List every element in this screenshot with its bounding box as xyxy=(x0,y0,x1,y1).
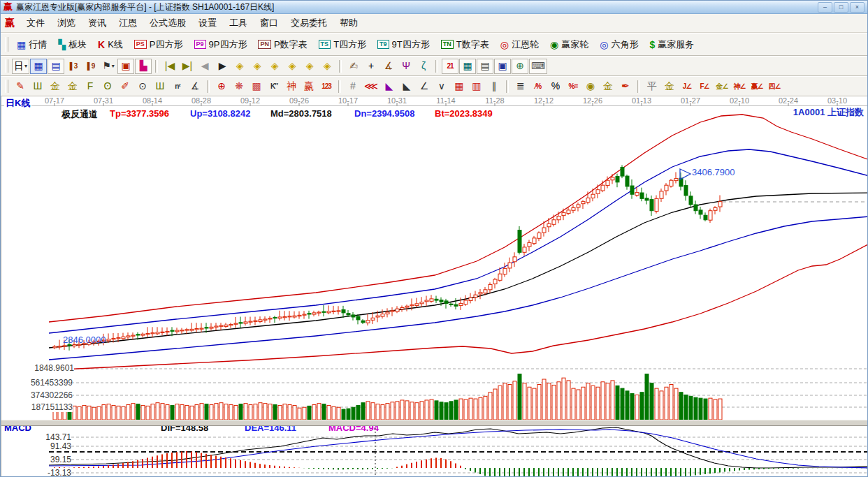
bars-9-button[interactable]: ▌9 xyxy=(82,59,99,74)
menu-item-公式选股[interactable]: 公式选股 xyxy=(143,15,192,31)
last-page-button[interactable]: ▶| xyxy=(179,59,196,74)
web-save-button[interactable]: ⊕ xyxy=(512,59,528,74)
period-day-button[interactable]: 日▾ xyxy=(12,59,29,74)
menu-item-文件[interactable]: 文件 xyxy=(20,15,51,31)
tool-fan-red[interactable]: ⋘ xyxy=(362,79,380,94)
star-diamond-button[interactable]: ◈ xyxy=(301,59,318,74)
menu-item-浏览[interactable]: 浏览 xyxy=(51,15,82,31)
menu-item-窗口[interactable]: 窗口 xyxy=(254,15,284,31)
tool-f-angle[interactable]: F∠ xyxy=(696,79,713,94)
tool-shen[interactable]: 神 xyxy=(283,79,300,94)
macd-axis-label-0: 143.71 xyxy=(1,432,71,442)
expand-h-button[interactable]: ◈ xyxy=(266,59,283,74)
tool-target[interactable]: ⊕ xyxy=(213,79,230,94)
gann-tool-button[interactable]: Ψ xyxy=(398,59,414,74)
toolbar-quotes-button[interactable]: ▦行情 xyxy=(12,36,52,53)
calendar-button[interactable]: 21 xyxy=(442,59,458,74)
tool-parallel[interactable]: ∥ xyxy=(486,79,502,94)
maximize-button[interactable]: □ xyxy=(834,2,848,13)
tool-brush[interactable]: ✎ xyxy=(12,79,29,94)
tool-grid-col[interactable]: ▥ xyxy=(468,79,485,94)
tool-pen[interactable]: ✐ xyxy=(117,79,133,94)
tool-gold-grid-2[interactable]: 金 xyxy=(64,79,81,94)
zoom-left-button[interactable]: ◈ xyxy=(231,59,248,74)
tool-box-fan[interactable]: ◣ xyxy=(381,79,398,94)
chart-area[interactable]: 日K线 07-1707-3108-1408-2809-1209-2610-171… xyxy=(1,96,868,477)
pattern-frame-button[interactable]: ▣ xyxy=(117,59,134,74)
tool-frame[interactable]: # xyxy=(345,79,361,94)
wave-tool-button[interactable]: ζ xyxy=(415,59,432,74)
calculator-button[interactable]: ▦ xyxy=(459,59,476,74)
notes-button[interactable]: ▤ xyxy=(477,59,493,74)
tool-n2[interactable]: n² xyxy=(169,79,186,94)
tool-ink-pen[interactable]: ✒ xyxy=(617,79,634,94)
move-diamond-button[interactable]: ◈ xyxy=(319,59,335,74)
compass-tool-button[interactable]: ∡ xyxy=(380,59,397,74)
info-doc-button[interactable]: ▤ xyxy=(48,59,64,74)
menu-item-江恩[interactable]: 江恩 xyxy=(113,15,143,31)
tool-ping[interactable]: 平 xyxy=(644,79,660,94)
tool-gold-line[interactable]: 金 xyxy=(600,79,616,94)
menu-item-资讯[interactable]: 资讯 xyxy=(82,15,113,31)
tool-gold-u[interactable]: 金 xyxy=(661,79,678,94)
tool-line-angle[interactable]: ∠ xyxy=(416,79,433,94)
tool-comb[interactable]: Ш xyxy=(29,79,46,94)
toolbar-sectors-button[interactable]: ▚板块 xyxy=(53,36,92,53)
tool-pct-line[interactable]: %= xyxy=(565,79,581,94)
toolbar-winner-service-button[interactable]: $赢家服务 xyxy=(644,36,699,53)
pattern-net-button[interactable]: ▦ xyxy=(30,59,47,74)
toolbar-p-table-button[interactable]: PNP数字表 xyxy=(253,36,312,53)
bars-3-button[interactable]: ▌3 xyxy=(65,59,82,74)
tool-check-angle[interactable]: ∨ xyxy=(433,79,450,94)
toolbar-t-table-button[interactable]: TNT数字表 xyxy=(436,36,494,53)
tool-web-grid[interactable]: ▩ xyxy=(248,79,265,94)
tool-ying-angle[interactable]: 赢∠ xyxy=(748,79,765,94)
tool-gold-circle[interactable]: ◉ xyxy=(582,79,599,94)
tool-cycle-circle[interactable]: ⊙ xyxy=(134,79,151,94)
tool-percent[interactable]: % xyxy=(547,79,564,94)
zoom-right-button[interactable]: ◈ xyxy=(249,59,266,74)
minimize-button[interactable]: – xyxy=(818,2,832,13)
toolbar-kline-button[interactable]: KK线 xyxy=(93,36,128,53)
tool-web[interactable]: ❋ xyxy=(231,79,247,94)
menu-item-设置[interactable]: 设置 xyxy=(192,15,223,31)
compress-h-button[interactable]: ◈ xyxy=(284,59,301,74)
tool-pct-strike[interactable]: ∕% xyxy=(530,79,547,94)
tool-box-fan-2[interactable]: ◣ xyxy=(398,79,415,94)
panel-separator[interactable] xyxy=(1,420,868,426)
toolbar-hexagon-button[interactable]: ◎六角形 xyxy=(595,36,643,53)
toolbar-9p-square-button[interactable]: P99P四方形 xyxy=(189,36,252,53)
close-button[interactable]: × xyxy=(850,2,865,13)
save-button[interactable]: ▣ xyxy=(494,59,511,74)
menu-item-工具[interactable]: 工具 xyxy=(223,15,254,31)
menu-item-帮助[interactable]: 帮助 xyxy=(333,15,364,31)
tool-spiral[interactable]: ʘ xyxy=(99,79,116,94)
tool-gold-angle[interactable]: 金∠ xyxy=(714,79,730,94)
computer-button[interactable]: ⌨ xyxy=(529,59,547,74)
toolbar-p-square-button[interactable]: PSP四方形 xyxy=(129,36,188,53)
tool-k-rail[interactable]: K″ xyxy=(266,79,282,94)
crosshair-tool-button[interactable]: + xyxy=(363,59,379,74)
tool-count[interactable]: ≣ xyxy=(512,79,529,94)
toolbar-winner-wheel-button[interactable]: ◉赢家轮 xyxy=(545,36,593,53)
tool-ying[interactable]: 赢 xyxy=(301,79,317,94)
tool-f-grid[interactable]: F xyxy=(82,79,99,94)
tool-angle[interactable]: ∡ xyxy=(187,79,203,94)
tool-shen-angle[interactable]: 神∠ xyxy=(731,79,748,94)
next-button[interactable]: ▶ xyxy=(214,59,231,74)
toolbar-gann-wheel-button[interactable]: ◎江恩轮 xyxy=(496,36,544,53)
tool-comb-2[interactable]: Ш xyxy=(152,79,168,94)
toolbar-t-square-button[interactable]: TST四方形 xyxy=(314,36,371,53)
hand-tool-button[interactable]: ✍ xyxy=(345,59,362,74)
first-page-button[interactable]: |◀ xyxy=(161,59,178,74)
tool-gold-grid-1[interactable]: 金 xyxy=(47,79,64,94)
toolbar-9t-square-button[interactable]: T99T四方形 xyxy=(372,36,435,53)
menu-item-交易委托[interactable]: 交易委托 xyxy=(284,15,333,31)
histogram-button[interactable]: ▙ xyxy=(135,59,152,74)
tool-grid-red[interactable]: ▦ xyxy=(451,79,468,94)
flag-button[interactable]: ⚑▾ xyxy=(100,59,117,74)
tool-j-angle[interactable]: J∠ xyxy=(679,79,695,94)
tool-ruler-123[interactable]: 123 xyxy=(318,79,335,94)
tool-si-angle[interactable]: 四∠ xyxy=(766,79,783,94)
prev-button[interactable]: ◀ xyxy=(196,59,213,74)
